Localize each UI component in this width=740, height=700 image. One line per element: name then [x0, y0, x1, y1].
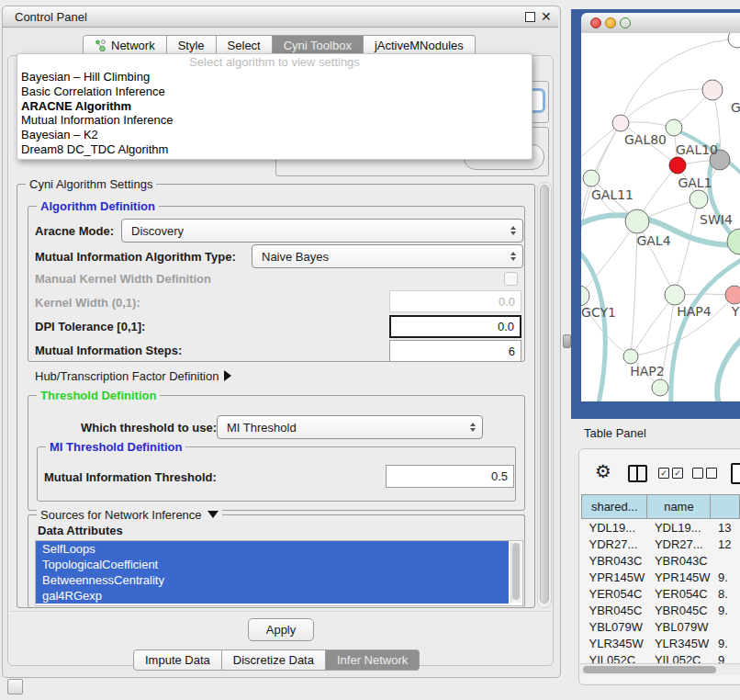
manual-kernel-checkbox[interactable] [504, 272, 518, 286]
network-canvas[interactable]: GAL GAL80 GAL10 GAL1 GAL11 SWI4 GAL4 GCY… [581, 33, 740, 401]
attribute-item-selected[interactable]: TopologicalCoefficient [36, 557, 509, 572]
algorithm-option[interactable]: Mutual Information Inference [17, 113, 532, 128]
checkbox-unchecked-icon[interactable] [706, 468, 717, 479]
float-window-button[interactable] [525, 12, 535, 22]
table-header-row: shared... name [582, 495, 740, 519]
split-view-icon[interactable] [628, 465, 647, 482]
node-gal11[interactable] [583, 170, 600, 186]
dropdown-placeholder: Select algorithm to view settings [17, 54, 532, 70]
node-gal10-neighbor[interactable] [666, 119, 682, 136]
mi-threshold-label: Mutual Information Threshold: [44, 470, 217, 484]
settings-group-title: Cyni Algorithm Settings [26, 177, 156, 191]
table-horizontal-scrollbar[interactable] [580, 663, 740, 675]
control-panel-titlebar: Control Panel [3, 6, 558, 28]
node-gal1[interactable] [669, 157, 686, 174]
stepper-icon [466, 420, 478, 435]
column-header[interactable]: name [647, 495, 711, 519]
sources-title[interactable]: Sources for Network Inference [37, 508, 222, 522]
attribute-item-selected[interactable]: BetweennessCentrality [36, 572, 509, 588]
threshold-definition-title: Threshold Definition [37, 389, 160, 402]
node-unlabeled[interactable] [728, 33, 740, 48]
apply-button[interactable]: Apply [248, 618, 314, 641]
dpi-tolerance-label: DPI Tolerance [0,1]: [35, 320, 145, 333]
column-header[interactable]: shared... [582, 495, 647, 519]
mi-type-combo[interactable]: Naive Bayes [252, 244, 523, 268]
node-label: GCY1 [581, 305, 616, 320]
node-label: GAL80 [624, 132, 667, 147]
node-gal4[interactable] [625, 209, 649, 233]
stepper-icon [507, 223, 519, 238]
node-hap4[interactable] [665, 285, 685, 305]
node-hap2[interactable] [623, 349, 638, 364]
network-highlight-edges [581, 130, 740, 401]
bottom-tabbar: Impute Data Discretize Data Infer Networ… [133, 649, 420, 671]
checkbox-checked-icon[interactable]: ✓ [672, 468, 683, 479]
manual-kernel-label: Manual Kernel Width Definition [35, 272, 211, 286]
attribute-item-selected[interactable]: gal4RGexp [36, 588, 509, 604]
tab-network-label: Network [111, 39, 155, 52]
mi-threshold-field[interactable]: 0.5 [386, 465, 514, 488]
minimize-traffic-light-icon[interactable] [605, 17, 616, 28]
scrollbar-thumb[interactable] [583, 666, 716, 673]
algorithm-option[interactable]: Bayesian – K2 [17, 128, 532, 142]
node-gal80[interactable] [612, 115, 629, 131]
table-row[interactable]: YPR145WYPR145W9. [582, 569, 740, 585]
expand-right-icon [224, 370, 231, 381]
divider [9, 611, 551, 612]
data-attributes-label: Data Attributes [35, 524, 126, 537]
algorithm-option-selected[interactable]: ARACNE Algorithm [17, 99, 532, 114]
column-header[interactable] [711, 495, 740, 519]
table-row[interactable]: YBR043CYBR043C [582, 552, 740, 569]
algorithm-dropdown-list: Select algorithm to view settings Bayesi… [17, 53, 533, 160]
node-gal-partial[interactable] [702, 80, 723, 100]
mi-steps-field[interactable]: 6 [389, 340, 521, 362]
close-traffic-light-icon[interactable] [590, 17, 601, 28]
network-window-titlebar[interactable] [581, 13, 740, 34]
table-panel-title: Table Panel [584, 426, 646, 440]
table-row[interactable]: YDR27...YDR27...12 [582, 536, 740, 552]
which-threshold-label: Which threshold to use: [81, 421, 217, 435]
node-label: SWI4 [700, 212, 733, 227]
mi-steps-label: Mutual Information Steps: [35, 344, 182, 357]
tab-impute-data[interactable]: Impute Data [133, 649, 222, 671]
checkbox-unchecked-icon[interactable] [692, 468, 703, 479]
scrollbar-thumb[interactable] [540, 185, 549, 604]
aracne-mode-combo[interactable]: Discovery [121, 219, 523, 243]
control-panel-title: Control Panel [15, 10, 87, 24]
checkbox-checked-icon[interactable]: ✓ [658, 468, 669, 479]
node-bottom-partial[interactable] [652, 379, 668, 396]
aracne-mode-label: Aracne Mode: [35, 224, 114, 238]
list-scrollbar[interactable] [510, 542, 521, 603]
stepper-icon [507, 249, 519, 264]
gear-icon[interactable]: ⚙ [595, 462, 611, 480]
node-label: HAP2 [630, 364, 664, 378]
node-label: GAL4 [636, 233, 670, 248]
table-row[interactable]: YER054CYER054C8. [582, 585, 740, 602]
attribute-item-selected[interactable]: SelfLoops [36, 541, 509, 557]
list-scrollbar-thumb[interactable] [512, 543, 520, 600]
new-document-icon[interactable] [731, 463, 740, 484]
algorithm-definition-title: Algorithm Definition [37, 199, 159, 213]
node-swi4[interactable] [690, 190, 708, 209]
algorithm-option[interactable]: Dream8 DC_TDC Algorithm [17, 142, 532, 157]
data-attributes-list[interactable]: SelfLoops TopologicalCoefficient Between… [35, 540, 523, 606]
minimized-panel-icon[interactable] [7, 679, 23, 694]
which-threshold-combo[interactable]: MI Threshold [217, 415, 483, 439]
table-row[interactable]: YDL19...YDL19...13 [582, 519, 740, 536]
table-row[interactable]: YBL079WYBL079W [582, 618, 740, 635]
dpi-tolerance-field[interactable]: 0.0 [389, 315, 521, 338]
kernel-width-field[interactable]: 0.0 [389, 290, 521, 312]
node-gcy1[interactable] [581, 286, 589, 306]
table-row[interactable]: YLR345WYLR345W9. [582, 635, 740, 651]
tab-infer-network[interactable]: Infer Network [326, 649, 420, 671]
tab-discretize-data[interactable]: Discretize Data [222, 649, 326, 671]
hub-definition-toggle[interactable]: Hub/Transcription Factor Definition [35, 369, 231, 383]
algorithm-option[interactable]: Bayesian – Hill Climbing [17, 70, 532, 85]
table-row[interactable]: YBR045CYBR045C9. [582, 602, 740, 618]
zoom-traffic-light-icon[interactable] [620, 17, 631, 28]
panel-divider-grip[interactable] [563, 334, 571, 348]
algorithm-option[interactable]: Basic Correlation Inference [17, 85, 532, 99]
close-window-button[interactable]: ✕ [541, 6, 552, 28]
node-partial-y[interactable] [725, 286, 740, 304]
settings-scrollbar[interactable] [537, 182, 552, 608]
